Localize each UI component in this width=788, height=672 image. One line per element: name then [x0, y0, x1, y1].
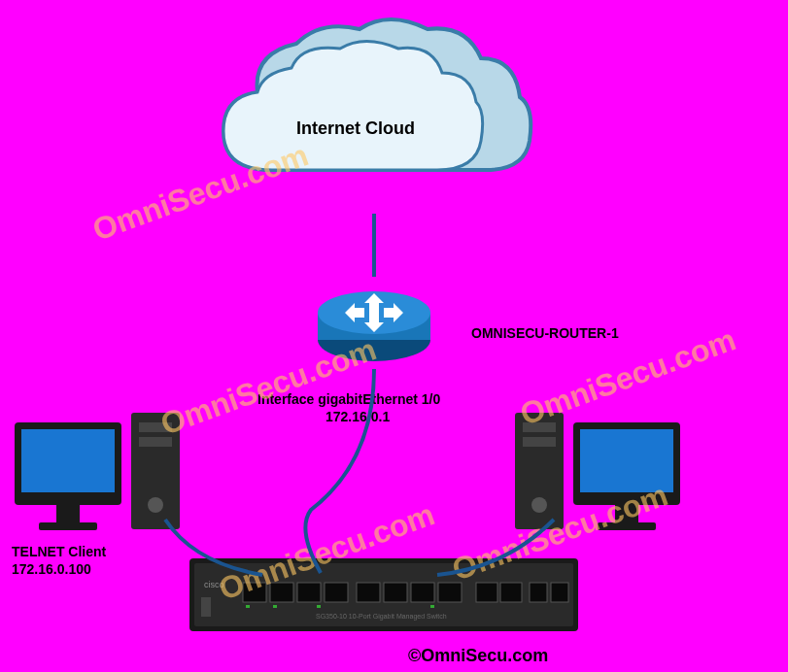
cable-pc-right-switch	[428, 515, 564, 583]
svg-rect-24	[270, 583, 293, 602]
svg-rect-25	[297, 583, 321, 602]
svg-rect-31	[476, 583, 497, 602]
svg-point-14	[531, 497, 547, 513]
svg-rect-8	[139, 422, 172, 432]
svg-rect-13	[523, 437, 556, 447]
cable-cloud-router	[372, 214, 376, 277]
cable-pc-left-switch	[155, 515, 272, 583]
internet-cloud-icon	[185, 5, 544, 228]
telnet-client-label: TELNET Client	[12, 544, 106, 559]
router-name-label: OMNISECU-ROUTER-1	[471, 325, 619, 341]
copyright-label: ©OmniSecu.com	[408, 646, 548, 666]
internet-cloud-label: Internet Cloud	[296, 118, 415, 139]
svg-rect-37	[317, 605, 321, 608]
router-icon	[311, 272, 437, 369]
svg-point-10	[148, 497, 163, 513]
svg-rect-28	[384, 583, 407, 602]
svg-rect-5	[56, 505, 80, 522]
svg-rect-4	[21, 429, 115, 492]
svg-rect-16	[580, 429, 673, 492]
svg-rect-32	[500, 583, 522, 602]
svg-rect-9	[139, 437, 172, 447]
svg-rect-22	[201, 597, 211, 617]
svg-rect-33	[530, 583, 547, 602]
svg-rect-6	[39, 522, 97, 530]
svg-rect-35	[246, 605, 250, 608]
svg-rect-26	[325, 583, 348, 602]
svg-rect-38	[430, 605, 434, 608]
telnet-client-ip: 172.16.0.100	[12, 561, 91, 577]
svg-text:SG350-10 10-Port Gigabit Manag: SG350-10 10-Port Gigabit Managed Switch	[316, 613, 447, 621]
svg-rect-30	[438, 583, 462, 602]
svg-rect-17	[615, 505, 638, 522]
svg-rect-34	[551, 583, 568, 602]
svg-rect-23	[243, 583, 266, 602]
svg-rect-18	[598, 522, 656, 530]
cable-router-switch	[291, 364, 408, 578]
svg-rect-12	[523, 422, 556, 432]
svg-rect-27	[357, 583, 380, 602]
svg-rect-36	[273, 605, 277, 608]
svg-rect-29	[411, 583, 434, 602]
